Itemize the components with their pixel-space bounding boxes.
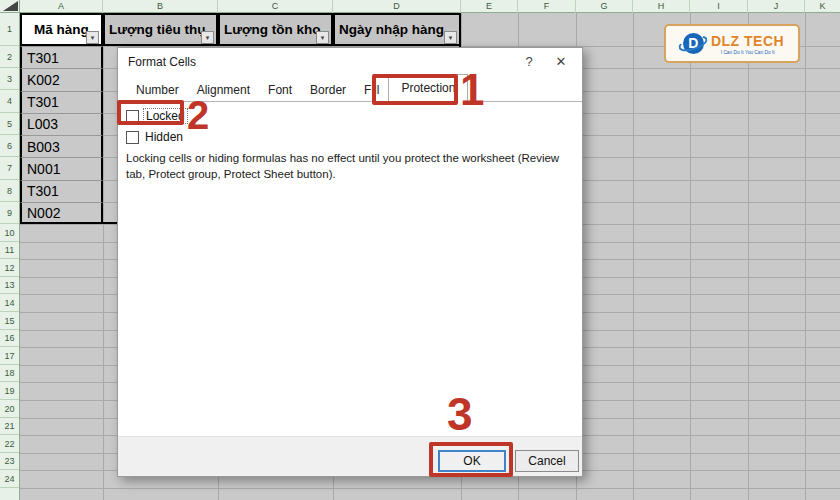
row-header[interactable]: 4 (0, 90, 19, 113)
row-header[interactable]: 19 (0, 382, 19, 400)
column-header-d[interactable]: D (333, 0, 461, 13)
dialog-titlebar[interactable]: Format Cells ? ✕ (118, 48, 582, 76)
step1-number: 1 (460, 68, 484, 112)
row-header[interactable]: 12 (0, 259, 19, 277)
cell-a2[interactable]: T301 (20, 46, 103, 68)
step2-number: 2 (187, 95, 209, 135)
cancel-button[interactable]: Cancel (515, 450, 579, 472)
row-header[interactable]: 23 (0, 453, 19, 470)
tab-number[interactable]: Number (127, 79, 188, 102)
hidden-checkbox-label[interactable]: Hidden (143, 130, 185, 144)
row-header[interactable]: 17 (0, 347, 19, 365)
logo-tagline: I Can Do It You Can Do It (721, 49, 775, 54)
dialog-title: Format Cells (128, 55, 196, 69)
filter-dropdown-icon[interactable]: ▾ (86, 31, 99, 44)
row-header[interactable]: 6 (0, 135, 19, 157)
column-header-a[interactable]: A (20, 0, 103, 13)
dlz-logo-icon: D (680, 31, 706, 57)
protection-description: Locking cells or hiding formulas has no … (126, 150, 578, 182)
row-header[interactable]: 7 (0, 157, 19, 180)
cell-a3[interactable]: K002 (20, 68, 103, 90)
row-header[interactable]: 5 (0, 113, 19, 135)
row-header[interactable]: 16 (0, 330, 19, 347)
select-all-corner[interactable] (0, 0, 20, 13)
help-icon[interactable]: ? (520, 53, 538, 71)
cell-a8[interactable]: T301 (20, 180, 103, 202)
step1-highlight-box (372, 74, 458, 105)
tab-font[interactable]: Font (259, 79, 301, 102)
column-header-e[interactable]: E (461, 0, 518, 13)
column-header-j[interactable]: J (748, 0, 805, 13)
row-header[interactable]: 24 (0, 470, 19, 488)
column-header-k[interactable]: K (805, 0, 840, 13)
row-header[interactable]: 14 (0, 294, 19, 312)
step3-highlight-box (429, 442, 513, 477)
cell-a4[interactable]: T301 (20, 91, 103, 113)
cell-a5[interactable]: L003 (20, 113, 103, 135)
row-header[interactable]: 1 (0, 13, 19, 46)
row-header[interactable]: 9 (0, 202, 19, 224)
column-header-f[interactable]: F (518, 0, 576, 13)
logo-brand-text: DLZ TECH (711, 33, 784, 49)
row-header[interactable]: 13 (0, 277, 19, 294)
cell-d1-header[interactable]: Ngày nhập hàng (333, 13, 461, 46)
row-header[interactable]: 10 (0, 224, 19, 242)
row-header[interactable]: 8 (0, 180, 19, 202)
dlz-tech-logo: D DLZ TECH I Can Do It You Can Do It (664, 24, 800, 63)
step2-highlight-box (117, 100, 184, 125)
hidden-checkbox[interactable] (126, 131, 139, 144)
tab-border[interactable]: Border (301, 79, 355, 102)
select-all-triangle-icon (3, 1, 18, 11)
row-header-strip: 1 2 3 4 5 6 7 8 9 10 11 12 13 14 15 16 1… (0, 13, 20, 500)
column-header-h[interactable]: H (633, 0, 690, 13)
step3-number: 3 (447, 391, 473, 437)
cell-a9[interactable]: N002 (20, 202, 103, 224)
filter-dropdown-icon[interactable]: ▾ (444, 31, 457, 44)
filter-dropdown-icon[interactable]: ▾ (316, 31, 329, 44)
cell-a7[interactable]: N001 (20, 157, 103, 179)
column-header-strip: A B C D E F G H I J K (0, 0, 840, 13)
row-header[interactable]: 15 (0, 312, 19, 330)
close-icon[interactable]: ✕ (552, 53, 570, 71)
column-header-g[interactable]: G (576, 0, 633, 13)
row-header[interactable]: 18 (0, 365, 19, 382)
row-header[interactable]: 20 (0, 400, 19, 418)
column-header-i[interactable]: I (690, 0, 748, 13)
row-header[interactable]: 11 (0, 242, 19, 259)
row-header[interactable]: 22 (0, 435, 19, 453)
column-header-c[interactable]: C (218, 0, 333, 13)
row-header[interactable]: 3 (0, 68, 19, 90)
filter-dropdown-icon[interactable]: ▾ (201, 31, 214, 44)
column-header-b[interactable]: B (103, 0, 218, 13)
row-header[interactable]: 21 (0, 418, 19, 435)
row-header[interactable]: 2 (0, 46, 19, 68)
cell-a6[interactable]: B003 (20, 135, 103, 157)
